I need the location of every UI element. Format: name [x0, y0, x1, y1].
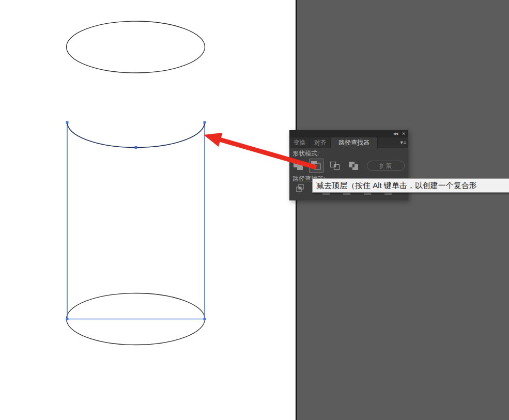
pathfinder-button-partial[interactable]: [343, 193, 350, 195]
intersect-button[interactable]: [329, 160, 342, 172]
unite-button[interactable]: [292, 160, 305, 172]
top-arc-path: [67, 122, 205, 148]
tab-pathfinder[interactable]: 路径查找器: [331, 137, 378, 148]
intersect-icon: [330, 161, 341, 171]
anchor-top-left: [66, 121, 69, 124]
anchor-top-right: [204, 121, 206, 124]
exclude-button[interactable]: [347, 160, 361, 172]
pathfinder-button-partial[interactable]: [364, 193, 371, 195]
expand-button[interactable]: 扩展: [367, 161, 405, 171]
tab-transform[interactable]: 变换: [289, 137, 310, 148]
collapse-to-icons-icon[interactable]: ◀◀: [393, 130, 398, 137]
divide-button[interactable]: [296, 183, 305, 193]
selection-outline: [67, 122, 205, 319]
anchor-points[interactable]: [66, 121, 206, 321]
anchor-bottom-left: [66, 318, 69, 320]
exclude-icon: [348, 161, 360, 171]
unite-icon: [293, 161, 304, 171]
divide-icon: [296, 183, 305, 193]
pathfinder-button-partial[interactable]: [384, 193, 392, 195]
minus-front-button[interactable]: [309, 159, 323, 173]
pathfinder-button-partial[interactable]: [322, 193, 330, 195]
artboard-canvas[interactable]: [0, 0, 509, 420]
panel-titlebar[interactable]: ◀◀ ✕: [289, 130, 408, 137]
anchor-arc-middle: [135, 146, 137, 149]
tooltip: 减去顶层（按住 Alt 键单击，以创建一个复合形: [312, 178, 509, 193]
panel-menu-icon[interactable]: ▼≡: [399, 139, 406, 146]
tab-align[interactable]: 对齐: [310, 137, 331, 148]
panel-tab-bar: 变换 对齐 路径查找器: [289, 137, 408, 148]
close-icon[interactable]: ✕: [402, 130, 406, 137]
shape-modes-label: 形状模式:: [292, 149, 319, 158]
minus-front-icon: [311, 161, 322, 170]
illustrator-workspace: { "workspace": { "canvas_color": "#fffff…: [0, 0, 509, 420]
anchor-bottom-right: [204, 318, 206, 320]
top-ellipse-shape[interactable]: [67, 21, 205, 73]
